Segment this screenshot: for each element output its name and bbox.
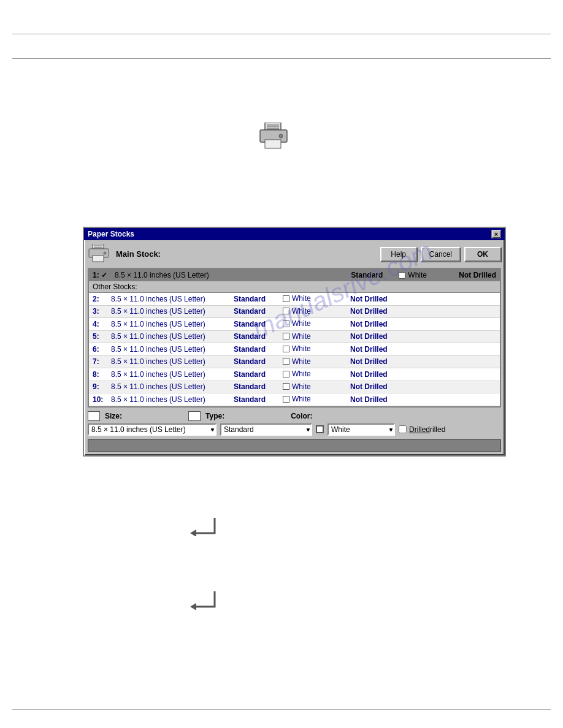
- stock-type: Standard: [230, 305, 279, 318]
- stock-type: Standard: [230, 381, 279, 393]
- table-row[interactable]: 5: 8.5 × 11.0 inches (US Letter) Standar…: [89, 330, 500, 343]
- dialog-title: Paper Stocks: [88, 230, 134, 238]
- stock-color: White: [279, 293, 347, 305]
- ok-button[interactable]: OK: [464, 247, 501, 262]
- top-rule-2: [12, 58, 551, 59]
- bottom-rule: [12, 709, 551, 710]
- dialog-body: Main Stock: Help Cancel OK 1: ✓ 8.5 × 11…: [84, 240, 505, 455]
- top-rule-1: [12, 34, 551, 34]
- svg-point-6: [279, 134, 283, 138]
- dialog-buttons: Help Cancel OK: [380, 247, 501, 262]
- color-label: Color:: [291, 412, 312, 420]
- main-stock-type: Standard: [351, 271, 394, 279]
- stock-num: 9:: [89, 381, 107, 393]
- color-checkbox[interactable]: [316, 425, 324, 433]
- stock-color: White: [279, 393, 347, 406]
- color-text: White: [292, 294, 311, 303]
- table-row[interactable]: 2: 8.5 × 11.0 inches (US Letter) Standar…: [89, 293, 500, 305]
- color-checkbox-wrapper: [316, 425, 324, 433]
- table-row[interactable]: 4: 8.5 × 11.0 inches (US Letter) Standar…: [89, 318, 500, 331]
- stock-drilled: Not Drilled: [347, 318, 500, 331]
- bottom-labels-row: Size: Type: Color:: [88, 411, 501, 421]
- table-row[interactable]: 3: 8.5 × 11.0 inches (US Letter) Standar…: [89, 305, 500, 318]
- color-check-small: [283, 295, 289, 302]
- stock-type: Standard: [230, 393, 279, 406]
- dialog-close-button[interactable]: ×: [491, 230, 501, 238]
- size-icon: [88, 411, 100, 421]
- table-row[interactable]: 8: 8.5 × 11.0 inches (US Letter) Standar…: [89, 368, 500, 381]
- stock-type: Standard: [230, 293, 279, 305]
- stock-color: White: [279, 343, 347, 356]
- stock-type: Standard: [230, 368, 279, 381]
- main-stock-label: Main Stock:: [116, 249, 380, 259]
- stock-num: 7:: [89, 355, 107, 368]
- type-select[interactable]: Standard: [220, 423, 312, 436]
- stock-type: Standard: [230, 330, 279, 343]
- stock-size: 8.5 × 11.0 inches (US Letter): [107, 381, 230, 393]
- color-check-small: [283, 308, 289, 314]
- help-button[interactable]: Help: [380, 247, 417, 262]
- size-select[interactable]: 8.5 × 11.0 inches (US Letter): [88, 423, 216, 436]
- color-text: White: [292, 370, 311, 378]
- paper-stocks-dialog: Paper Stocks × Main Stock: Help Cancel: [83, 227, 506, 457]
- stock-type: Standard: [230, 343, 279, 356]
- dialog-status-bar: [88, 439, 501, 452]
- main-stock-row[interactable]: 1: ✓ 8.5 × 11.0 inches (US Letter) Stand…: [89, 269, 500, 281]
- stock-color: White: [279, 305, 347, 318]
- color-text: White: [292, 332, 311, 341]
- stock-num: 2:: [89, 293, 107, 305]
- arrow-icon-2: [187, 588, 218, 612]
- type-dropdown-wrapper: Standard ▼: [220, 423, 312, 436]
- color-text: White: [292, 357, 311, 366]
- stock-type: Standard: [230, 355, 279, 368]
- stock-color: White: [279, 355, 347, 368]
- stock-drilled: Not Drilled: [347, 293, 500, 305]
- color-select[interactable]: White: [327, 423, 395, 436]
- stock-size: 8.5 × 11.0 inches (US Letter): [107, 393, 230, 406]
- svg-marker-14: [190, 603, 196, 610]
- stock-num: 4:: [89, 318, 107, 331]
- main-stock-num: 1: ✓: [93, 271, 110, 279]
- color-text: White: [292, 344, 311, 353]
- table-row[interactable]: 6: 8.5 × 11.0 inches (US Letter) Standar…: [89, 343, 500, 356]
- stock-color: White: [279, 381, 347, 393]
- stock-type: Standard: [230, 318, 279, 331]
- stock-drilled: Not Drilled: [347, 305, 500, 318]
- stock-size: 8.5 × 11.0 inches (US Letter): [107, 318, 230, 331]
- stock-num: 5:: [89, 330, 107, 343]
- color-check-small: [283, 346, 289, 352]
- color-check-small: [283, 320, 289, 327]
- color-dropdown-wrapper: White ▼: [327, 423, 395, 436]
- stock-color: White: [279, 330, 347, 343]
- size-label: Size:: [105, 412, 122, 420]
- stock-size: 8.5 × 11.0 inches (US Letter): [107, 368, 230, 381]
- drilled-area: Drilledrilled: [399, 425, 445, 434]
- other-stocks-header: Other Stocks:: [89, 281, 500, 293]
- main-stock-size: 8.5 × 11.0 inches (US Letter): [115, 271, 346, 279]
- color-check-small: [283, 383, 289, 390]
- table-row[interactable]: 9: 8.5 × 11.0 inches (US Letter) Standar…: [89, 381, 500, 393]
- svg-rect-11: [93, 256, 104, 262]
- stock-size: 8.5 × 11.0 inches (US Letter): [107, 330, 230, 343]
- stock-drilled: Not Drilled: [347, 393, 500, 406]
- stock-drilled: Not Drilled: [347, 330, 500, 343]
- dialog-title-bar: Paper Stocks ×: [84, 228, 505, 240]
- arrow-icon-1: [187, 515, 218, 538]
- table-row[interactable]: 10: 8.5 × 11.0 inches (US Letter) Standa…: [89, 393, 500, 406]
- stock-num: 6:: [89, 343, 107, 356]
- stock-drilled: Not Drilled: [347, 381, 500, 393]
- color-text: White: [292, 319, 311, 328]
- color-text: White: [292, 395, 311, 403]
- cancel-button[interactable]: Cancel: [421, 247, 461, 262]
- type-icon: [188, 411, 201, 421]
- stock-drilled: Not Drilled: [347, 343, 500, 356]
- drilled-checkbox[interactable]: [399, 425, 407, 433]
- stock-num: 8:: [89, 368, 107, 381]
- stocks-table: 2: 8.5 × 11.0 inches (US Letter) Standar…: [89, 293, 500, 406]
- stock-size: 8.5 × 11.0 inches (US Letter): [107, 293, 230, 305]
- color-check-small: [283, 358, 289, 365]
- type-label: Type:: [205, 412, 224, 420]
- table-row[interactable]: 7: 8.5 × 11.0 inches (US Letter) Standar…: [89, 355, 500, 368]
- svg-point-12: [104, 252, 106, 254]
- stock-size: 8.5 × 11.0 inches (US Letter): [107, 355, 230, 368]
